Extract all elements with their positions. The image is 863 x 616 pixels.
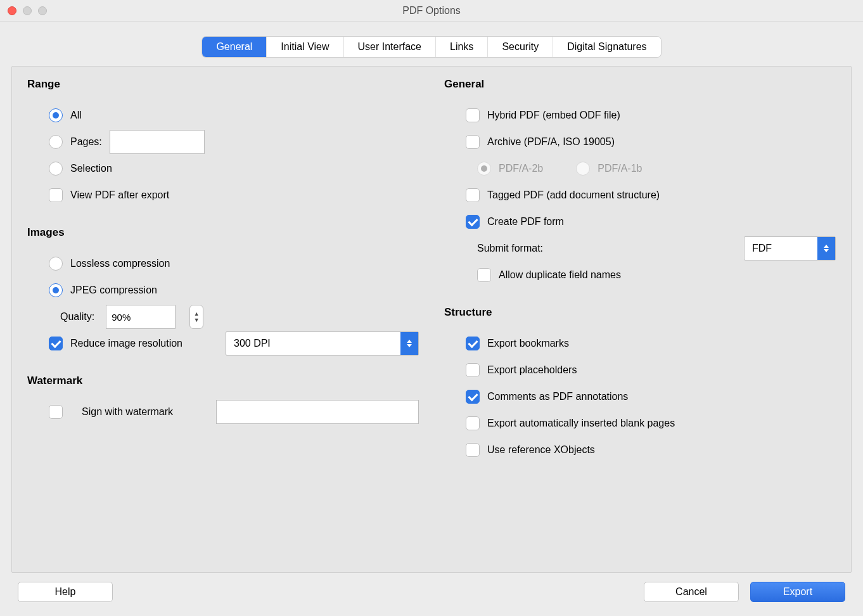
label-reduce: Reduce image resolution [70, 338, 182, 349]
help-button[interactable]: Help [18, 582, 113, 602]
row-jpeg: JPEG compression [27, 277, 419, 304]
input-watermark[interactable] [216, 400, 419, 424]
dropdown-submit-value: FDF [745, 243, 817, 254]
label-pdfa2b: PDF/A-2b [499, 163, 543, 174]
row-submit-format: Submit format: FDF [444, 235, 836, 262]
label-dup-names: Allow duplicate field names [499, 269, 621, 281]
row-range-all: All [27, 102, 419, 129]
checkbox-blank-pages[interactable] [466, 416, 480, 430]
radio-lossless[interactable] [49, 257, 63, 271]
tab-security[interactable]: Security [488, 37, 553, 57]
chevron-updown-icon [817, 237, 835, 260]
checkbox-xobjects[interactable] [466, 443, 480, 457]
label-xobjects: Use reference XObjects [487, 444, 595, 456]
label-placeholders: Export placeholders [487, 364, 577, 376]
titlebar: PDF Options [0, 0, 863, 22]
section-watermark: Watermark [27, 375, 419, 387]
row-tagged: Tagged PDF (add document structure) [444, 182, 836, 209]
tab-links[interactable]: Links [436, 37, 488, 57]
zoom-icon [38, 6, 47, 15]
radio-range-pages[interactable] [49, 135, 63, 149]
checkbox-bookmarks[interactable] [466, 337, 480, 350]
checkbox-hybrid[interactable] [466, 108, 480, 122]
checkbox-dup-names[interactable] [477, 268, 491, 282]
row-placeholders: Export placeholders [444, 357, 836, 383]
row-create-form: Create PDF form [444, 209, 836, 235]
checkbox-archive[interactable] [466, 135, 480, 149]
label-tagged: Tagged PDF (add document structure) [487, 189, 660, 201]
section-range: Range [27, 78, 419, 91]
dropdown-submit-format[interactable]: FDF [744, 236, 836, 260]
chevron-up-icon[interactable]: ▲ [194, 311, 200, 317]
label-hybrid: Hybrid PDF (embed ODF file) [487, 110, 620, 121]
label-blank-pages: Export automatically inserted blank page… [487, 418, 675, 429]
label-archive: Archive (PDF/A, ISO 19005) [487, 136, 615, 148]
pdf-options-window: PDF Options General Initial View User In… [0, 0, 863, 616]
close-icon[interactable] [8, 6, 16, 15]
label-quality: Quality: [60, 311, 94, 323]
label-range-selection: Selection [70, 163, 112, 174]
tab-row: General Initial View User Interface Link… [11, 22, 852, 57]
tab-initial-view[interactable]: Initial View [267, 37, 343, 57]
quality-stepper[interactable]: ▲ ▼ [189, 305, 203, 329]
row-xobjects: Use reference XObjects [444, 437, 836, 463]
chevron-down-icon[interactable]: ▼ [194, 317, 200, 323]
input-pages[interactable] [110, 130, 205, 154]
row-archive: Archive (PDF/A, ISO 19005) [444, 129, 836, 155]
checkbox-comments[interactable] [466, 390, 480, 404]
checkbox-view-after[interactable] [49, 188, 63, 202]
radio-pdfa2b [477, 162, 491, 176]
row-comments: Comments as PDF annotations [444, 383, 836, 410]
chevron-updown-icon [400, 332, 418, 355]
content-panel: Range All Pages: Selection View PDF afte… [11, 66, 852, 573]
radio-pdfa1b [576, 162, 590, 176]
label-jpeg: JPEG compression [70, 285, 157, 296]
label-bookmarks: Export bookmarks [487, 338, 569, 349]
radio-range-selection[interactable] [49, 162, 63, 176]
minimize-icon [23, 6, 32, 15]
cancel-button[interactable]: Cancel [644, 582, 739, 602]
export-button[interactable]: Export [750, 582, 845, 602]
tab-user-interface[interactable]: User Interface [344, 37, 436, 57]
checkbox-placeholders[interactable] [466, 363, 480, 377]
tab-digital-signatures[interactable]: Digital Signatures [553, 37, 660, 57]
window-title: PDF Options [0, 5, 863, 16]
section-structure: Structure [444, 306, 836, 319]
label-pdfa1b: PDF/A-1b [598, 163, 642, 174]
dropdown-dpi-value: 300 DPI [226, 338, 400, 349]
checkbox-create-form[interactable] [466, 215, 480, 229]
row-blank-pages: Export automatically inserted blank page… [444, 410, 836, 437]
label-sign-watermark: Sign with watermark [82, 406, 173, 418]
radio-range-all[interactable] [49, 108, 63, 122]
row-reduce: Reduce image resolution 300 DPI [27, 330, 419, 357]
left-column: Range All Pages: Selection View PDF afte… [27, 78, 419, 557]
radio-jpeg[interactable] [49, 283, 63, 297]
button-bar: Help Cancel Export [18, 582, 845, 602]
label-create-form: Create PDF form [487, 216, 564, 228]
label-submit-format: Submit format: [477, 243, 543, 254]
row-bookmarks: Export bookmarks [444, 330, 836, 357]
row-lossless: Lossless compression [27, 250, 419, 277]
row-watermark: Sign with watermark [27, 399, 419, 425]
checkbox-tagged[interactable] [466, 188, 480, 202]
row-range-selection: Selection [27, 155, 419, 182]
row-quality: Quality: ▲ ▼ [27, 304, 419, 330]
label-lossless: Lossless compression [70, 258, 170, 269]
label-comments: Comments as PDF annotations [487, 391, 628, 402]
row-dup-names: Allow duplicate field names [444, 262, 836, 288]
traffic-lights [8, 6, 47, 15]
checkbox-sign-watermark[interactable] [49, 405, 63, 419]
row-hybrid: Hybrid PDF (embed ODF file) [444, 102, 836, 129]
row-range-pages: Pages: [27, 129, 419, 155]
checkbox-reduce-resolution[interactable] [49, 337, 63, 350]
right-column: General Hybrid PDF (embed ODF file) Arch… [444, 78, 836, 557]
dropdown-dpi[interactable]: 300 DPI [226, 331, 419, 356]
section-general: General [444, 78, 836, 91]
section-images: Images [27, 226, 419, 239]
tab-strip: General Initial View User Interface Link… [202, 37, 660, 57]
label-range-all: All [70, 110, 82, 121]
row-view-after: View PDF after export [27, 182, 419, 209]
input-quality[interactable] [106, 305, 176, 329]
label-range-pages: Pages: [70, 136, 102, 148]
tab-general[interactable]: General [202, 37, 267, 57]
